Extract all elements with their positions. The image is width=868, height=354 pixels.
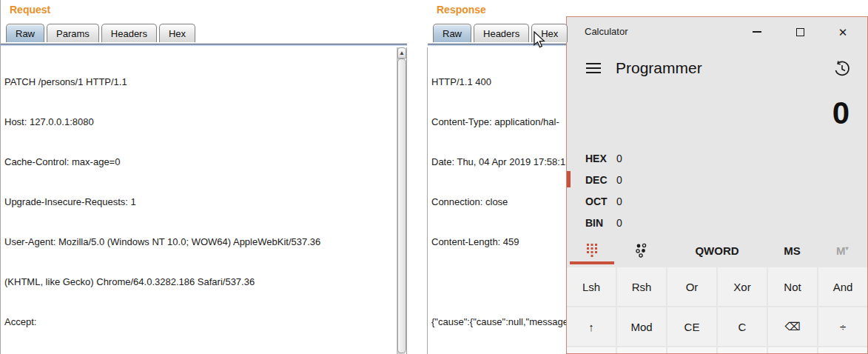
key-rsh[interactable]: Rsh xyxy=(617,267,666,306)
hamburger-icon xyxy=(586,67,601,69)
radix-label: DEC xyxy=(585,174,616,186)
calculator-keypad: Lsh Rsh Or Xor Not And ↑ Mod CE C ⌫ ÷ xyxy=(567,267,867,354)
key-clear-entry[interactable]: CE xyxy=(667,307,716,346)
request-text[interactable]: PATCH /persons/1 HTTP/1.1 Host: 127.0.0.… xyxy=(1,47,406,354)
calculator-mode-label: Programmer xyxy=(616,59,702,77)
request-tab-raw[interactable]: Raw xyxy=(6,24,44,42)
menu-button[interactable] xyxy=(586,63,601,76)
chevron-down-icon: ▾ xyxy=(845,245,848,252)
key-not[interactable]: Not xyxy=(768,267,817,306)
radix-label: OCT xyxy=(585,196,616,207)
radix-value: 0 xyxy=(616,174,622,186)
request-line: PATCH /persons/1 HTTP/1.1 xyxy=(4,76,394,89)
request-scrollbar[interactable]: ▲ xyxy=(397,47,406,354)
response-panel-title: Response xyxy=(437,4,486,16)
selected-radix-indicator xyxy=(567,171,571,187)
history-icon xyxy=(833,60,851,78)
key-partial[interactable] xyxy=(617,347,666,354)
key-clear[interactable]: C xyxy=(718,307,767,346)
response-tabs: Raw Headers Hex xyxy=(433,24,570,42)
key-divide[interactable]: ÷ xyxy=(818,307,867,346)
key-xor[interactable]: Xor xyxy=(718,267,767,306)
calculator-window-title: Calculator xyxy=(585,26,628,37)
response-tab-raw[interactable]: Raw xyxy=(433,24,471,42)
radix-row-oct[interactable]: OCT 0 xyxy=(567,190,867,212)
memory-store-button[interactable]: MS xyxy=(767,236,818,264)
radix-row-hex[interactable]: HEX 0 xyxy=(567,147,867,169)
request-tab-headers[interactable]: Headers xyxy=(101,24,157,42)
history-button[interactable] xyxy=(833,60,851,81)
radix-row-bin[interactable]: BIN 0 xyxy=(567,212,867,233)
request-scrollbar-thumb[interactable] xyxy=(397,59,406,353)
word-size-label: QWORD xyxy=(695,244,739,257)
minimize-icon xyxy=(753,31,761,33)
radix-label: HEX xyxy=(585,153,616,164)
key-and[interactable]: And xyxy=(818,267,867,306)
request-line: Upgrade-Insecure-Requests: 1 xyxy=(4,196,394,209)
full-keypad-toggle[interactable] xyxy=(567,236,617,264)
request-tabband xyxy=(1,44,407,46)
request-panel-title: Request xyxy=(10,4,50,16)
key-or[interactable]: Or xyxy=(667,267,716,306)
maximize-button[interactable] xyxy=(783,21,817,42)
key-partial[interactable] xyxy=(768,347,817,354)
key-partial[interactable] xyxy=(667,347,716,354)
key-partial[interactable] xyxy=(567,347,616,354)
key-shift-up[interactable]: ↑ xyxy=(567,307,616,346)
radix-row-dec[interactable]: DEC 0 xyxy=(567,169,867,190)
memory-dropdown-button[interactable]: M▾ xyxy=(817,236,867,264)
close-button[interactable]: ✕ xyxy=(826,21,860,42)
calculator-toolbar: QWORD MS M▾ xyxy=(567,236,867,264)
full-keypad-icon xyxy=(585,243,599,258)
radix-value: 0 xyxy=(616,217,622,229)
memory-store-label: MS xyxy=(784,244,801,257)
key-partial[interactable] xyxy=(718,347,767,354)
request-line: Accept: xyxy=(4,315,394,329)
hamburger-icon xyxy=(586,72,601,73)
scroll-up-arrow-icon[interactable]: ▲ xyxy=(397,47,406,59)
request-editor[interactable]: PATCH /persons/1 HTTP/1.1 Host: 127.0.0.… xyxy=(0,47,407,354)
request-tab-params[interactable]: Params xyxy=(47,24,99,42)
request-line: Cache-Control: max-age=0 xyxy=(4,156,394,169)
screen: Request Raw Params Headers Hex PATCH /pe… xyxy=(0,0,868,354)
window-controls: ✕ xyxy=(740,21,860,42)
word-size-button[interactable]: QWORD xyxy=(667,236,767,264)
calculator-display: 0 xyxy=(832,96,850,131)
radix-value: 0 xyxy=(616,153,622,164)
response-tab-headers[interactable]: Headers xyxy=(474,24,529,42)
key-partial[interactable] xyxy=(818,347,867,354)
key-lsh[interactable]: Lsh xyxy=(567,267,616,306)
request-line: (KHTML, like Gecko) Chrome/64.0.3282.186… xyxy=(4,275,394,289)
radix-label: BIN xyxy=(585,217,616,229)
key-backspace[interactable]: ⌫ xyxy=(768,307,817,346)
memory-dropdown-label: M xyxy=(836,244,846,257)
radix-value: 0 xyxy=(616,196,622,207)
bit-toggle-icon xyxy=(634,243,649,258)
request-tab-hex[interactable]: Hex xyxy=(159,24,195,42)
request-line: User-Agent: Mozilla/5.0 (Windows NT 10.0… xyxy=(4,236,394,249)
calculator-window: Calculator ✕ Programmer 0 HEX 0 DEC 0 xyxy=(566,16,868,354)
close-icon: ✕ xyxy=(838,27,848,38)
hamburger-icon xyxy=(586,63,601,64)
bit-toggle-keypad-toggle[interactable] xyxy=(617,236,667,264)
mouse-cursor xyxy=(533,31,549,52)
request-line: Host: 127.0.0.1:8080 xyxy=(4,116,394,129)
minimize-button[interactable] xyxy=(740,21,774,42)
request-tabs: Raw Params Headers Hex xyxy=(6,24,198,42)
key-mod[interactable]: Mod xyxy=(617,307,666,346)
maximize-icon xyxy=(796,28,804,36)
